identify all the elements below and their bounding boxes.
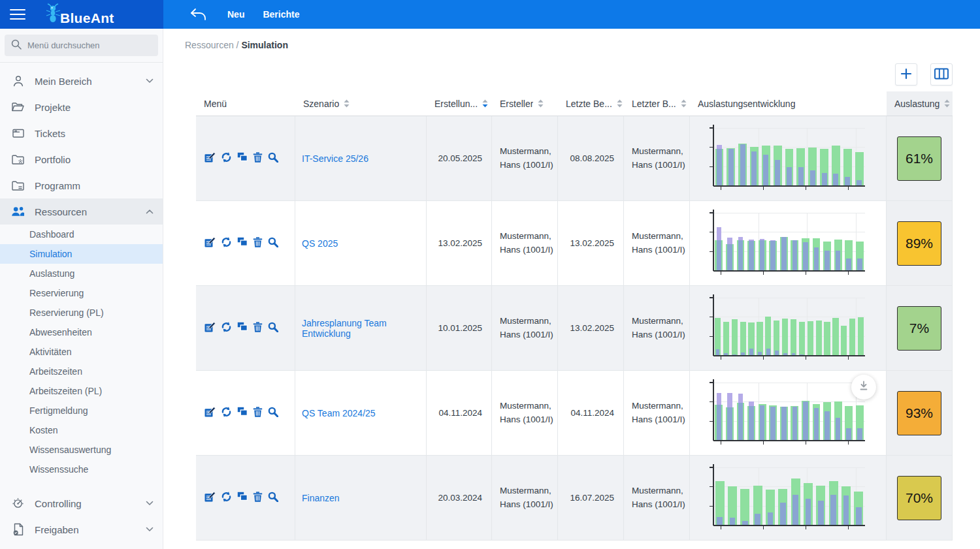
cell-menu [196,456,295,540]
edit-button[interactable] [204,322,216,335]
cell-ersteller: Mustermann, Hans (1001/I) [492,456,558,540]
search-button[interactable] [268,407,278,420]
search-button[interactable] [268,152,278,165]
scenario-link[interactable]: Finanzen [302,493,340,503]
column-header-letzte-be-[interactable]: Letzte Be... [558,91,624,116]
sidebar-item-simulation[interactable]: Simulation [0,244,163,264]
refresh-button[interactable] [221,152,232,165]
sidebar-item-arbeitszeiten-pl-[interactable]: Arbeitszeiten (PL) [0,381,163,401]
sidebar-item-fertigmeldung[interactable]: Fertigmeldung [0,401,163,420]
column-label: Ersteller [500,99,533,109]
delete-button[interactable] [253,407,263,420]
column-header-ersteller[interactable]: Ersteller [492,91,558,116]
column-config-button[interactable] [930,63,953,86]
refresh-button[interactable] [221,322,232,335]
scenario-link[interactable]: Jahresplanung Team Entwicklung [302,318,426,339]
main-content: Ressourcen / Simulation [163,29,980,549]
sidebar-item-reservierung-pl-[interactable]: Reservierung (PL) [0,303,163,322]
copy-button[interactable] [237,492,248,504]
cell-letzte-bearbeitung: 08.08.2025 [558,116,624,200]
scenario-link[interactable]: QS 2025 [302,238,338,249]
column-label: Letzte Be... [566,99,612,109]
sidebar-item-label: Dashboard [29,229,74,240]
breadcrumb-parent[interactable]: Ressourcen [185,40,234,50]
sidebar-item-label: Abwesenheiten [29,327,92,337]
plus-icon [900,67,913,82]
auslastung-badge: 70% [897,476,941,520]
menu-search-input[interactable] [27,40,145,50]
delete-button[interactable] [253,152,263,165]
sidebar-item-portfolio[interactable]: Portfolio [0,146,163,172]
column-label: Auslastung [894,99,939,109]
auslastung-badge: 7% [897,306,941,351]
sidebar-item-projekte[interactable]: Projekte [0,94,163,120]
sidebar-item-tickets[interactable]: Tickets [0,120,163,146]
column-header-auslastungsentwicklung: Auslastungsentwicklung [690,91,887,116]
refresh-button[interactable] [221,407,232,420]
column-header-letzter-b-[interactable]: Letzter B... [624,91,690,116]
edit-button[interactable] [204,152,216,165]
sidebar-item-mein-bereich[interactable]: Mein Bereich [0,68,163,94]
delete-button[interactable] [253,492,263,505]
sidebar-item-arbeitszeiten[interactable]: Arbeitszeiten [0,362,163,381]
sidebar-item-programm[interactable]: Programm [0,172,163,198]
sidebar-item-controlling[interactable]: Controlling [0,490,163,516]
table-row: Finanzen20.03.2024Mustermann, Hans (1001… [196,456,953,541]
column-header-erstellun-[interactable]: Erstellun... [427,91,492,116]
sidebar-item-label: Mein Bereich [35,76,92,87]
sidebar-item-dashboard[interactable]: Dashboard [0,225,163,244]
sidebar-item-abwesenheiten[interactable]: Abwesenheiten [0,322,163,342]
copy-icon [237,152,248,165]
refresh-button[interactable] [221,237,232,250]
scenario-link[interactable]: IT-Service 25/26 [302,153,368,164]
refresh-button[interactable] [221,492,232,505]
cell-auslastungsentwicklung [690,456,887,540]
sidebar-item-label: Reservierung [29,288,84,298]
app-logo[interactable]: BlueAnt [45,3,114,26]
sidebar-item-wissenssuche[interactable]: Wissenssuche [0,460,163,479]
sidebar-item-reservierung[interactable]: Reservierung [0,283,163,303]
search-icon [268,152,278,165]
delete-button[interactable] [253,322,263,335]
cell-letzte-bearbeitung: 04.11.2024 [558,371,624,455]
hamburger-menu-icon[interactable] [10,6,25,23]
edit-button[interactable] [204,407,216,420]
sidebar-item-kosten[interactable]: Kosten [0,420,163,440]
edit-button[interactable] [204,492,216,505]
nav-berichte[interactable]: Berichte [253,9,308,20]
delete-icon [253,492,263,505]
sidebar-item-label: Arbeitszeiten [29,366,82,377]
search-button[interactable] [268,322,278,335]
delete-button[interactable] [253,237,263,250]
column-header-auslastung[interactable]: Auslastung [887,91,953,116]
auslastung-badge: 93% [897,391,941,435]
cell-auslastung: 70% [887,456,953,540]
cell-szenario: IT-Service 25/26 [295,116,427,200]
column-label: Menü [204,99,227,109]
search-button[interactable] [268,237,278,250]
sidebar-item-aktivitäten[interactable]: Aktivitäten [0,342,163,362]
search-icon [268,407,278,420]
undo-icon[interactable] [189,8,208,21]
auslastung-chart [700,123,870,194]
sidebar-item-auslastung[interactable]: Auslastung [0,264,163,283]
copy-button[interactable] [237,322,248,334]
add-scenario-button[interactable] [895,63,917,86]
copy-button[interactable] [237,237,248,249]
edit-button[interactable] [204,237,216,250]
scenario-link[interactable]: QS Team 2024/25 [302,408,376,418]
copy-button[interactable] [237,152,248,165]
copy-icon [237,407,248,419]
sidebar-item-ressourcen[interactable]: Ressourcen [0,198,163,225]
nav-neu[interactable]: Neu [218,9,253,20]
menu-search-box[interactable] [5,35,158,56]
sidebar-item-freigaben[interactable]: Freigaben [0,516,163,542]
sidebar-item-wissensauswertung[interactable]: Wissensauswertung [0,440,163,460]
download-chart-button[interactable] [851,375,876,400]
copy-button[interactable] [237,407,248,419]
cell-erstellungsdatum: 04.11.2024 [427,371,492,455]
search-button[interactable] [268,492,278,505]
column-header-szenario[interactable]: Szenario [295,91,427,116]
sidebar-item-label: Ressourcen [35,206,87,217]
cell-letzte-bearbeitung: 13.02.2025 [558,286,624,370]
